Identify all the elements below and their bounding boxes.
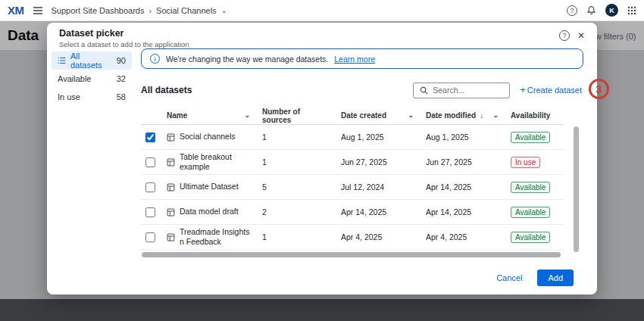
row-checkbox[interactable] bbox=[145, 207, 155, 217]
column-header-availability: Availability bbox=[511, 111, 564, 120]
availability-badge: In use bbox=[511, 157, 540, 168]
sources-cell: 5 bbox=[262, 182, 341, 192]
name-cell: Data model draft bbox=[167, 207, 262, 217]
create-dataset-label: Create dataset bbox=[527, 86, 582, 95]
sources-cell: 2 bbox=[262, 207, 341, 217]
table-row[interactable]: Data model draft 2 Apr 14, 2025 Apr 14, … bbox=[141, 200, 564, 225]
sidebar-item-count: 32 bbox=[117, 74, 126, 83]
create-dataset-button[interactable]: + Create dataset bbox=[520, 86, 582, 95]
plus-icon: + bbox=[520, 86, 526, 94]
modal-help-icon[interactable]: ? bbox=[559, 30, 570, 41]
sources-cell: 1 bbox=[262, 232, 341, 242]
dataset-table-body: Social channels 1 Aug 1, 2025 Aug 1, 202… bbox=[141, 125, 564, 250]
table-header-row: Name ⌄ Number of sources Date created ⌄ … bbox=[141, 107, 564, 125]
dataset-table: Name ⌄ Number of sources Date created ⌄ … bbox=[141, 107, 564, 250]
table-row[interactable]: Treadmade Insights n Feedback 1 Apr 4, 2… bbox=[141, 225, 564, 250]
checkbox-cell bbox=[141, 207, 167, 217]
xm-logo: XM bbox=[8, 4, 24, 17]
table-row[interactable]: Table breakout example 1 Jun 27, 2025 Ju… bbox=[141, 150, 564, 175]
dataset-icon bbox=[167, 183, 175, 192]
sources-cell: 1 bbox=[262, 132, 341, 142]
dataset-name: Ultimate Dataset bbox=[180, 182, 239, 192]
checkbox-cell bbox=[141, 182, 167, 192]
search-icon bbox=[420, 86, 428, 95]
column-header-date-created[interactable]: Date created ⌄ bbox=[341, 111, 426, 120]
sort-descending-icon: ↓ bbox=[480, 111, 483, 120]
modal-sidebar: All datasets 90 Available 32 In use 58 bbox=[47, 47, 135, 261]
user-avatar[interactable]: K bbox=[605, 4, 618, 17]
cancel-button[interactable]: Cancel bbox=[496, 273, 522, 282]
availability-cell: Available bbox=[511, 132, 564, 142]
availability-badge: Available bbox=[511, 132, 550, 143]
date-created-cell: Jun 27, 2025 bbox=[341, 157, 426, 167]
checkbox-cell bbox=[141, 157, 167, 167]
dataset-name: Table breakout example bbox=[180, 152, 255, 172]
vertical-scrollbar[interactable] bbox=[574, 126, 579, 252]
sidebar-item-label: Available bbox=[58, 74, 91, 83]
name-cell: Social channels bbox=[167, 132, 262, 142]
sidebar-item-all-datasets[interactable]: All datasets 90 bbox=[52, 51, 132, 70]
breadcrumb-root[interactable]: Support Site Dashboards bbox=[52, 6, 145, 15]
checkbox-cell bbox=[141, 132, 167, 142]
hamburger-menu-icon[interactable] bbox=[33, 6, 43, 15]
search-box bbox=[413, 83, 510, 98]
column-header-name[interactable]: Name ⌄ bbox=[167, 111, 262, 120]
list-header: All datasets + Create dataset bbox=[141, 82, 583, 98]
checkbox-cell bbox=[141, 232, 167, 242]
name-cell: Ultimate Dataset bbox=[167, 182, 262, 192]
sidebar-item-in-use[interactable]: In use 58 bbox=[52, 88, 132, 106]
learn-more-link[interactable]: Learn more bbox=[334, 55, 375, 64]
notifications-bell-icon[interactable] bbox=[586, 5, 596, 15]
app-grid-icon[interactable] bbox=[627, 6, 636, 15]
banner-text: We're changing the way we manage dataset… bbox=[166, 55, 328, 64]
chevron-down-icon: ⌄ bbox=[408, 114, 414, 117]
chevron-down-icon[interactable]: ⌄ bbox=[221, 8, 227, 13]
table-row[interactable]: Social channels 1 Aug 1, 2025 Aug 1, 202… bbox=[141, 125, 564, 150]
breadcrumb-current[interactable]: Social Channels bbox=[156, 6, 217, 15]
date-modified-cell: Apr 4, 2025 bbox=[426, 232, 511, 242]
sidebar-item-label: In use bbox=[58, 92, 80, 101]
close-icon[interactable]: ✕ bbox=[577, 30, 585, 41]
row-checkbox[interactable] bbox=[145, 182, 155, 192]
sidebar-item-count: 58 bbox=[117, 92, 126, 101]
modal-footer: Cancel Add bbox=[47, 261, 597, 295]
search-input[interactable] bbox=[433, 86, 503, 95]
table-title: All datasets bbox=[141, 85, 192, 95]
add-button[interactable]: Add bbox=[537, 270, 574, 286]
date-created-cell: Apr 14, 2025 bbox=[341, 207, 426, 217]
dataset-icon bbox=[167, 208, 175, 217]
breadcrumb-separator-icon: › bbox=[148, 6, 152, 15]
sidebar-item-label: All datasets bbox=[70, 51, 112, 70]
row-checkbox[interactable] bbox=[145, 157, 155, 167]
dataset-picker-modal: Dataset picker Select a dataset to add t… bbox=[47, 23, 597, 295]
availability-badge: Available bbox=[511, 207, 550, 218]
date-modified-cell: Apr 14, 2025 bbox=[426, 207, 511, 217]
horizontal-scrollbar[interactable] bbox=[142, 252, 561, 257]
topbar-actions: ? K bbox=[567, 4, 636, 17]
breadcrumb: Support Site Dashboards › Social Channel… bbox=[52, 6, 227, 15]
availability-badge: Available bbox=[511, 232, 550, 243]
help-icon[interactable]: ? bbox=[567, 5, 577, 16]
row-checkbox[interactable] bbox=[145, 232, 155, 242]
modal-subtitle: Select a dataset to add to the applicati… bbox=[59, 40, 585, 48]
modal-title: Dataset picker bbox=[59, 28, 585, 39]
info-banner: i We're changing the way we manage datas… bbox=[141, 48, 583, 69]
date-created-cell: Apr 4, 2025 bbox=[341, 232, 426, 242]
modal-header-actions: ? ✕ bbox=[559, 30, 585, 41]
screen: XM Support Site Dashboards › Social Chan… bbox=[0, 0, 644, 321]
sources-cell: 1 bbox=[262, 157, 341, 167]
chevron-down-icon: ⌄ bbox=[492, 114, 499, 117]
availability-cell: Available bbox=[511, 232, 564, 242]
row-checkbox[interactable] bbox=[145, 132, 155, 142]
column-header-date-modified[interactable]: Date modified ↓ ⌄ bbox=[426, 111, 511, 120]
availability-badge: Available bbox=[511, 182, 550, 193]
sidebar-item-available[interactable]: Available 32 bbox=[52, 70, 132, 88]
dataset-name: Social channels bbox=[180, 132, 236, 142]
info-icon: i bbox=[150, 54, 160, 64]
date-created-cell: Aug 1, 2025 bbox=[341, 132, 426, 142]
availability-cell: Available bbox=[511, 207, 564, 217]
chevron-down-icon: ⌄ bbox=[244, 114, 250, 117]
dataset-name: Treadmade Insights n Feedback bbox=[180, 227, 255, 247]
column-header-sources: Number of sources bbox=[262, 108, 341, 124]
table-row[interactable]: Ultimate Dataset 5 Jul 12, 2024 Apr 14, … bbox=[141, 175, 564, 200]
